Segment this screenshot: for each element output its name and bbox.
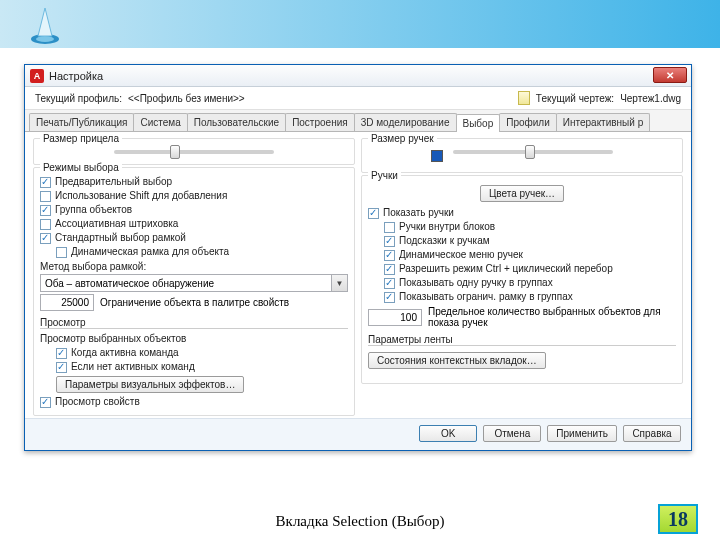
left-column: Размер прицела Режимы выбора Предварител… xyxy=(33,138,355,416)
tab-interactive[interactable]: Интерактивный р xyxy=(556,113,650,131)
palette-limit-label: Ограничение объекта в палитре свойств xyxy=(100,297,348,308)
check-group[interactable] xyxy=(40,205,51,216)
tab-user[interactable]: Пользовательские xyxy=(187,113,286,131)
ok-button[interactable]: OK xyxy=(419,425,477,442)
drawing-label: Текущий чертеж: xyxy=(536,93,614,104)
tab-selection[interactable]: Выбор xyxy=(456,114,501,132)
check-bbox-groups[interactable] xyxy=(384,292,395,303)
grip-size-group: Размер ручек xyxy=(361,138,683,173)
selection-modes-group: Режимы выбора Предварительный выбор Испо… xyxy=(33,167,355,416)
grip-color-swatch xyxy=(431,150,443,162)
check-shift-add[interactable] xyxy=(40,191,51,202)
pickbox-title: Размер прицела xyxy=(40,133,122,144)
check-dyn-grip-menu[interactable] xyxy=(384,250,395,261)
apply-button[interactable]: Применить xyxy=(547,425,617,442)
profile-bar: Текущий профиль: <<Профиль без имени>> Т… xyxy=(25,87,691,110)
check-hatch[interactable] xyxy=(40,219,51,230)
dialog-body: Размер прицела Режимы выбора Предварител… xyxy=(25,132,691,418)
app-icon: A xyxy=(30,69,44,83)
palette-limit-input[interactable]: 25000 xyxy=(40,294,94,311)
pickbox-size-group: Размер прицела xyxy=(33,138,355,165)
check-std-window[interactable] xyxy=(40,233,51,244)
visual-effects-button[interactable]: Параметры визуальных эффектов… xyxy=(56,376,244,393)
settings-dialog: A Настройка ✕ Текущий профиль: <<Профиль… xyxy=(24,64,692,451)
close-button[interactable]: ✕ xyxy=(653,67,687,83)
gripsize-title: Размер ручек xyxy=(368,133,437,144)
preview-header: Просмотр xyxy=(40,317,348,329)
dialog-buttons: OK Отмена Применить Справка xyxy=(25,418,691,450)
profile-label: Текущий профиль: xyxy=(35,93,122,104)
check-dyn-window[interactable] xyxy=(56,247,67,258)
page-number: 18 xyxy=(658,504,698,534)
drawing-value: Чертеж1.dwg xyxy=(620,93,681,104)
profile-value: <<Профиль без имени>> xyxy=(128,93,245,104)
grips-title: Ручки xyxy=(368,170,401,181)
check-show-grips[interactable] xyxy=(368,208,379,219)
grips-group: Ручки Цвета ручек… Показать ручки Ручки … xyxy=(361,175,683,384)
check-one-grip-group[interactable] xyxy=(384,278,395,289)
check-preview-cmd[interactable] xyxy=(56,348,67,359)
selmodes-title: Режимы выбора xyxy=(40,162,122,173)
grip-colors-button[interactable]: Цвета ручек… xyxy=(480,185,564,202)
dialog-title: Настройка xyxy=(49,70,103,82)
tab-draft[interactable]: Построения xyxy=(285,113,355,131)
check-preselect[interactable] xyxy=(40,177,51,188)
check-preview-nocmd[interactable] xyxy=(56,362,67,373)
cancel-button[interactable]: Отмена xyxy=(483,425,541,442)
preview-sub: Просмотр выбранных объектов xyxy=(40,331,348,346)
tab-3d[interactable]: 3D моделирование xyxy=(354,113,457,131)
grip-limit-label: Предельное количество выбранных объектов… xyxy=(428,306,676,328)
grip-size-slider[interactable] xyxy=(453,150,613,154)
window-method-label: Метод выбора рамкой: xyxy=(40,259,348,274)
check-grip-tips[interactable] xyxy=(384,236,395,247)
ribbon-header: Параметры ленты xyxy=(368,334,676,346)
ribbon-states-button[interactable]: Состояния контекстных вкладок… xyxy=(368,352,546,369)
check-preview-props[interactable] xyxy=(40,397,51,408)
pickbox-slider[interactable] xyxy=(114,150,274,154)
logo-icon xyxy=(28,6,62,46)
drawing-icon xyxy=(518,91,530,105)
chevron-down-icon: ▼ xyxy=(331,275,347,291)
check-grips-in-blocks[interactable] xyxy=(384,222,395,233)
tab-profiles[interactable]: Профили xyxy=(499,113,557,131)
titlebar: A Настройка ✕ xyxy=(25,65,691,87)
slide-caption: Вкладка Selection (Выбор) xyxy=(0,513,720,530)
right-column: Размер ручек Ручки Цвета ручек… Показать… xyxy=(361,138,683,416)
svg-point-1 xyxy=(36,36,54,42)
check-ctrl-cycle[interactable] xyxy=(384,264,395,275)
window-method-combo[interactable]: Оба – автоматическое обнаружение ▼ xyxy=(40,274,348,292)
tabstrip: Печать/Публикация Система Пользовательск… xyxy=(25,110,691,132)
tab-system[interactable]: Система xyxy=(133,113,187,131)
tab-print[interactable]: Печать/Публикация xyxy=(29,113,134,131)
grip-limit-input[interactable]: 100 xyxy=(368,309,422,326)
presentation-topbar xyxy=(0,0,720,48)
help-button[interactable]: Справка xyxy=(623,425,681,442)
